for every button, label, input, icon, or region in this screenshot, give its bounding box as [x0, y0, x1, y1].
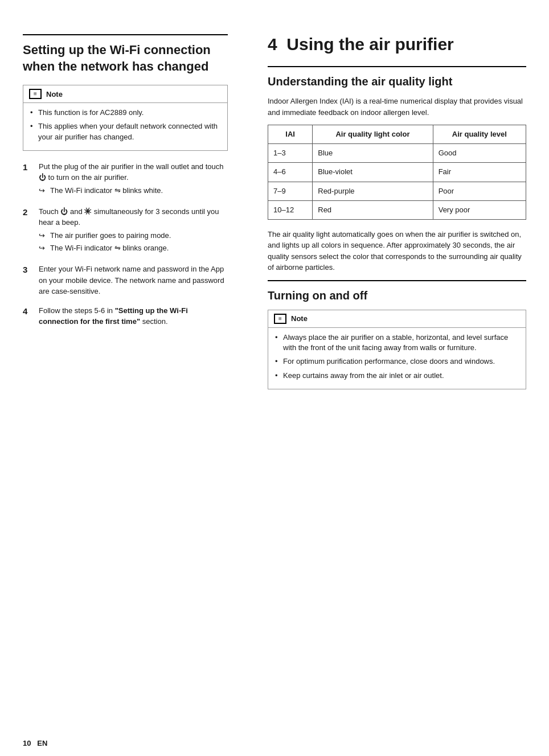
step-1-sub-1: ↪ The Wi-Fi indicator ⇋ blinks white.	[39, 186, 228, 196]
page-footer: 10 EN	[0, 733, 549, 747]
table-cell-level-0: Good	[433, 144, 526, 163]
table-cell-iai-3: 10–12	[268, 200, 313, 219]
step-1-sub: ↪ The Wi-Fi indicator ⇋ blinks white.	[39, 183, 228, 196]
chapter-title-text: Using the air purifier	[286, 35, 453, 54]
table-header-color: Air quality light color	[313, 125, 433, 144]
arrow-1: ↪	[39, 186, 47, 196]
step-2-sub-2-text: The Wi-Fi indicator ⇋ blinks orange.	[50, 243, 169, 253]
list-item: For optimum purification performance, cl…	[275, 356, 519, 367]
table-header-iai: IAI	[268, 125, 313, 144]
turning-note-content: Always place the air purifier on a stabl…	[268, 328, 526, 389]
step-4-text-part2: section.	[140, 317, 167, 326]
steps-list: 1 Put the plug of the air purifier in th…	[23, 161, 228, 327]
table-cell-level-1: Fair	[433, 163, 526, 182]
step-1-text-before: Put the plug of the air purifier in the …	[39, 162, 223, 171]
step-2-sub: ↪ The air purifier goes to pairing mode.…	[39, 228, 228, 253]
turning-section: Turning on and off ≡ Note Always place t…	[268, 280, 526, 389]
table-row: 10–12 Red Very poor	[268, 200, 526, 219]
list-item: Keep curtains away from the air inlet or…	[275, 371, 519, 381]
step-2-sub-1-text: The air purifier goes to pairing mode.	[50, 231, 171, 241]
table-row: 4–6 Blue-violet Fair	[268, 163, 526, 182]
turning-note-label: Note	[291, 314, 308, 323]
table-cell-color-3: Red	[313, 200, 433, 219]
left-column: Setting up the Wi-Fi connection when the…	[23, 34, 239, 722]
left-note-label: Note	[46, 90, 63, 98]
step-4: 4 Follow the steps 5-6 in "Setting up th…	[23, 305, 228, 327]
step-3-text: Enter your Wi-Fi network name and passwo…	[39, 265, 224, 295]
turning-note-list: Always place the air purifier on a stabl…	[275, 332, 519, 381]
turning-note-icon: ≡	[274, 314, 286, 324]
step-4-content: Follow the steps 5-6 in "Setting up the …	[39, 305, 228, 327]
list-item: This function is for AC2889 only.	[30, 108, 220, 118]
table-cell-iai-2: 7–9	[268, 182, 313, 200]
arrow-2b: ↪	[39, 243, 47, 253]
sun-icon-1: ✷	[84, 207, 92, 216]
step-2-sub-2: ↪ The Wi-Fi indicator ⇋ blinks orange.	[39, 243, 228, 253]
power-icon-1: ⏻	[39, 173, 46, 182]
page-number: 10	[23, 739, 31, 747]
step-2: 2 Touch ⏻ and ✷ simultaneously for 3 sec…	[23, 206, 228, 256]
step-2-content: Touch ⏻ and ✷ simultaneously for 3 secon…	[39, 206, 228, 256]
right-column: 4 Using the air purifier Understanding t…	[262, 34, 526, 722]
page-lang: EN	[37, 739, 47, 747]
step-3-content: Enter your Wi-Fi network name and passwo…	[39, 264, 228, 297]
understanding-title: Understanding the air quality light	[268, 66, 526, 89]
left-note-content: This function is for AC2889 only. This a…	[23, 103, 227, 150]
quality-table: IAI Air quality light color Air quality …	[268, 125, 526, 220]
step-1-content: Put the plug of the air purifier in the …	[39, 161, 228, 198]
list-item: Always place the air purifier on a stabl…	[275, 332, 519, 353]
wifi-icon-1: ⇋	[114, 186, 121, 195]
step-4-text-part1: Follow the steps 5-6 in	[39, 306, 115, 315]
table-cell-level-2: Poor	[433, 182, 526, 200]
wifi-icon-2: ⇋	[114, 244, 121, 252]
step-4-number: 4	[23, 305, 33, 327]
table-header-level: Air quality level	[433, 125, 526, 144]
left-note-box: ≡ Note This function is for AC2889 only.…	[23, 85, 228, 151]
understanding-closing: The air quality light automatically goes…	[268, 229, 526, 273]
step-1: 1 Put the plug of the air purifier in th…	[23, 161, 228, 198]
step-1-sub-1-text: The Wi-Fi indicator ⇋ blinks white.	[50, 186, 163, 196]
step-2-number: 2	[23, 206, 33, 256]
step-2-text: Touch ⏻ and ✷ simultaneously for 3 secon…	[39, 207, 219, 227]
power-icon-2: ⏻	[60, 207, 68, 216]
turning-title: Turning on and off	[268, 280, 526, 303]
table-cell-level-3: Very poor	[433, 200, 526, 219]
left-section-title: Setting up the Wi-Fi connection when the…	[23, 34, 228, 75]
turning-note-header: ≡ Note	[268, 310, 526, 328]
table-header-row: IAI Air quality light color Air quality …	[268, 125, 526, 144]
table-row: 1–3 Blue Good	[268, 144, 526, 163]
turning-note-box: ≡ Note Always place the air purifier on …	[268, 310, 526, 389]
list-item: This applies when your default network c…	[30, 121, 220, 142]
step-3: 3 Enter your Wi-Fi network name and pass…	[23, 264, 228, 297]
table-cell-color-0: Blue	[313, 144, 433, 163]
arrow-2a: ↪	[39, 231, 47, 241]
table-cell-color-2: Red-purple	[313, 182, 433, 200]
step-1-number: 1	[23, 161, 33, 198]
note-icon: ≡	[29, 89, 42, 99]
left-note-list: This function is for AC2889 only. This a…	[30, 108, 220, 142]
left-note-header: ≡ Note	[23, 85, 227, 103]
step-1-text-after: to turn on the air purifier.	[46, 173, 129, 182]
table-cell-color-1: Blue-violet	[313, 163, 433, 182]
understanding-section: Understanding the air quality light Indo…	[268, 66, 526, 273]
table-cell-iai-0: 1–3	[268, 144, 313, 163]
step-2-sub-1: ↪ The air purifier goes to pairing mode.	[39, 231, 228, 241]
step-3-number: 3	[23, 264, 33, 297]
table-row: 7–9 Red-purple Poor	[268, 182, 526, 200]
understanding-intro: Indoor Allergen Index (IAI) is a real-ti…	[268, 96, 526, 118]
table-cell-iai-1: 4–6	[268, 163, 313, 182]
chapter-number: 4	[268, 35, 277, 54]
chapter-title: 4 Using the air purifier	[268, 34, 526, 55]
